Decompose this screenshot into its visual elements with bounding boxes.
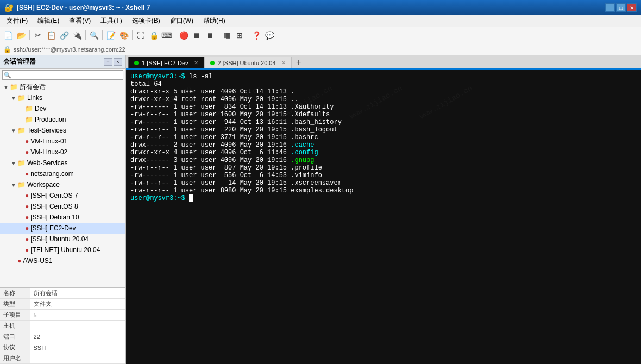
menu-item-b[interactable]: 选项卡(B) — [128, 15, 165, 27]
label-dev: Dev — [35, 105, 46, 112]
tree-item-workspace[interactable]: ▼ 📁 Workspace — [0, 179, 125, 190]
copy-button[interactable]: 📋 — [45, 29, 57, 41]
menu-button[interactable]: ▦ — [221, 29, 232, 41]
layout-button[interactable]: ⊞ — [234, 29, 246, 41]
menu-item-t[interactable]: 工具(T) — [96, 15, 126, 27]
tree-item-links[interactable]: ▼ 📁 Links — [0, 92, 125, 103]
terminal-content: user@mysvr3:~$ ls -al total 64 drwxr-xr-… — [130, 73, 637, 202]
content-area: 1 [SSH] EC2-Dev ✕ 2 [SSH] Ubuntu 20.04 ✕… — [126, 55, 641, 364]
ssl-lock-icon: 🔒 — [3, 46, 11, 53]
session-icon-vm-linux-01: ● — [25, 137, 29, 145]
tree-item-vm-linux-01[interactable]: ● VM-Linux-01 — [0, 136, 125, 147]
toolbar-sep-3 — [102, 30, 103, 40]
sidebar-close-button[interactable]: × — [114, 58, 122, 66]
compose-button[interactable]: 📝 — [105, 29, 117, 41]
toolbar-sep-4 — [132, 30, 133, 40]
prop-val-name: 所有会话 — [30, 288, 125, 299]
tab-ubuntu[interactable]: 2 [SSH] Ubuntu 20.04 ✕ — [204, 57, 292, 68]
search-bar — [0, 68, 125, 80]
session-icon-centos7: ● — [25, 192, 29, 199]
prop-row-protocol: 协议 SSH — [0, 342, 125, 353]
menu-item-h[interactable]: 帮助(H) — [199, 15, 230, 27]
stop-button[interactable]: ⏹ — [191, 29, 203, 41]
session-icon-debian10: ● — [25, 214, 29, 221]
minimize-button[interactable]: − — [605, 3, 615, 12]
session-icon-vm-linux-02: ● — [25, 148, 29, 156]
tab-dot-1 — [134, 61, 139, 65]
tree-item-centos8[interactable]: ● [SSH] CentOS 8 — [0, 201, 125, 212]
main-layout: 会话管理器 − × ▼ 📁 所有会话 ▼ 📁 Links — [0, 55, 641, 364]
folder-icon-production: 📁 — [25, 116, 33, 123]
folder-icon-workspace: 📁 — [17, 181, 26, 189]
info-button[interactable]: 💬 — [263, 29, 275, 41]
tree-item-dev[interactable]: 📁 Dev — [0, 103, 125, 114]
menu-item-v[interactable]: 查看(V) — [65, 15, 95, 27]
tree-item-aws-us1[interactable]: ● AWS-US1 — [0, 255, 125, 266]
toggle-aws-us1 — [10, 257, 17, 265]
menu-bar: 文件(F)编辑(E)查看(V)工具(T)选项卡(B)窗口(W)帮助(H) — [0, 15, 641, 27]
window-controls: − □ ✕ — [605, 3, 637, 12]
label-centos8: [SSH] CentOS 8 — [30, 203, 78, 210]
tab-close-1[interactable]: ✕ — [194, 60, 198, 66]
help-button[interactable]: ❓ — [250, 29, 262, 41]
red-circle-button[interactable]: 🔴 — [178, 29, 190, 41]
new-file-button[interactable]: 📄 — [2, 29, 14, 41]
toggle-web-services: ▼ — [10, 159, 17, 167]
stop2-button[interactable]: ⏹ — [204, 29, 216, 41]
label-telnet-ubuntu: [TELNET] Ubuntu 20.04 — [30, 246, 100, 254]
close-button[interactable]: ✕ — [627, 3, 637, 12]
prop-key-port: 端口 — [0, 331, 30, 342]
label-vm-linux-02: VM-Linux-02 — [30, 148, 67, 156]
prop-val-host — [30, 321, 125, 331]
keyboard-button[interactable]: ⌨ — [161, 29, 173, 41]
app-icon: 🔐 — [4, 3, 14, 12]
search-input[interactable] — [2, 70, 123, 80]
menu-item-w[interactable]: 窗口(W) — [166, 15, 198, 27]
tree-item-production[interactable]: 📁 Production — [0, 114, 125, 125]
tree-item-vm-linux-02[interactable]: ● VM-Linux-02 — [0, 147, 125, 158]
prop-val-port: 22 — [30, 331, 125, 342]
tree-item-centos7[interactable]: ● [SSH] CentOS 7 — [0, 190, 125, 201]
label-centos7: [SSH] CentOS 7 — [30, 192, 78, 199]
title-text: [SSH] EC2-Dev - user@mysvr3: ~ - Xshell … — [17, 4, 602, 11]
prop-row-name: 名称 所有会话 — [0, 288, 125, 299]
folder-icon-web-services: 📁 — [17, 159, 26, 167]
toggle-workspace: ▼ — [10, 181, 17, 189]
tab-label-2: 2 [SSH] Ubuntu 20.04 — [218, 60, 276, 66]
open-button[interactable]: 📂 — [15, 29, 27, 41]
folder-icon-links: 📁 — [17, 94, 26, 102]
tree-item-telnet-ubuntu[interactable]: ● [TELNET] Ubuntu 20.04 — [0, 244, 125, 255]
menu-item-e[interactable]: 编辑(E) — [33, 15, 64, 27]
tree-item-ec2dev[interactable]: ● [SSH] EC2-Dev — [0, 223, 125, 234]
tree-item-test-services[interactable]: ▼ 📁 Test-Services — [0, 125, 125, 136]
tree-item-debian10[interactable]: ● [SSH] Debian 10 — [0, 212, 125, 223]
lock-button[interactable]: 🔒 — [148, 29, 160, 41]
menu-item-f[interactable]: 文件(F) — [2, 15, 32, 27]
prop-key-type: 类型 — [0, 299, 30, 310]
terminal[interactable]: www.zijiao.cn www.zijiao.cn www.zijiao.c… — [126, 70, 641, 364]
tree-item-all-sessions[interactable]: ▼ 📁 所有会话 — [0, 81, 125, 92]
prop-key-sub: 子项目 — [0, 310, 30, 321]
disconnect-button[interactable]: 🔌 — [71, 29, 83, 41]
tree-item-web-services[interactable]: ▼ 📁 Web-Services — [0, 158, 125, 168]
sidebar-pin-button[interactable]: − — [104, 58, 112, 66]
label-ubuntu2004: [SSH] Ubuntu 20.04 — [30, 235, 89, 243]
label-links: Links — [27, 94, 42, 102]
fullscreen-button[interactable]: ⛶ — [135, 29, 147, 41]
toggle-all-sessions: ▼ — [2, 83, 10, 91]
label-production: Production — [35, 116, 66, 123]
tab-close-2[interactable]: ✕ — [281, 60, 286, 66]
label-aws-us1: AWS-US1 — [23, 257, 52, 265]
maximize-button[interactable]: □ — [616, 3, 626, 12]
cut-button[interactable]: ✂ — [32, 29, 44, 41]
properties-table: 名称 所有会话 类型 文件夹 子项目 5 主机 端口 22 — [0, 288, 125, 364]
toggle-debian10 — [17, 214, 25, 221]
tree-item-ubuntu2004[interactable]: ● [SSH] Ubuntu 20.04 — [0, 234, 125, 244]
color-button[interactable]: 🎨 — [118, 29, 130, 41]
tab-add-button[interactable]: + — [293, 57, 305, 68]
properties-panel: 名称 所有会话 类型 文件夹 子项目 5 主机 端口 22 — [0, 287, 125, 364]
search-button[interactable]: 🔍 — [88, 29, 100, 41]
tree-item-netsarang[interactable]: ● netsarang.com — [0, 168, 125, 179]
tab-ec2dev[interactable]: 1 [SSH] EC2-Dev ✕ — [128, 57, 204, 68]
connect-button[interactable]: 🔗 — [58, 29, 70, 41]
